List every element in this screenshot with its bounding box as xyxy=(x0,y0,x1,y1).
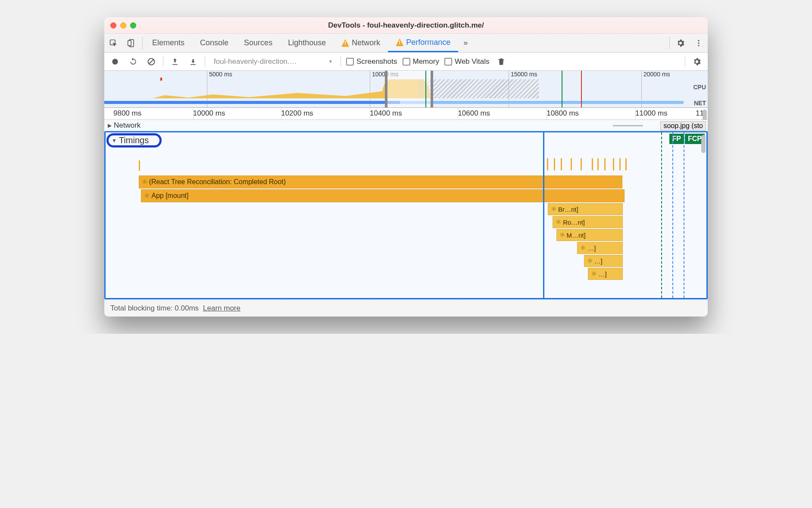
flame-deep[interactable]: ⚛…] xyxy=(577,242,623,254)
overview-tick: 5000 ms xyxy=(209,71,232,78)
ruler-tick: 10600 ms xyxy=(458,109,490,118)
maximize-icon[interactable] xyxy=(130,22,136,28)
timing-marker xyxy=(684,132,684,298)
flame-deep[interactable]: ⚛…] xyxy=(588,268,623,280)
react-icon: ⚛ xyxy=(551,205,556,213)
blocking-time-text: Total blocking time: 0.00ms xyxy=(110,304,199,313)
marker-line xyxy=(425,71,426,107)
devtools-tabbar: Elements Console Sources Lighthouse Netw… xyxy=(104,34,708,53)
flame-app-mount[interactable]: ⚛App [mount] xyxy=(141,189,625,202)
flame-br[interactable]: ⚛Br…nt] xyxy=(548,203,623,215)
marker xyxy=(160,78,162,81)
flame-m[interactable]: ⚛M…nt] xyxy=(556,229,623,241)
flame-react-root[interactable]: ⚛(React Tree Reconciliation: Completed R… xyxy=(139,176,622,188)
tab-overflow[interactable]: » xyxy=(458,34,473,52)
selection-line[interactable] xyxy=(543,132,544,298)
tab-elements[interactable]: Elements xyxy=(144,34,192,52)
checkbox-icon xyxy=(346,58,354,66)
react-icon: ⚛ xyxy=(580,244,586,252)
record-button[interactable] xyxy=(109,55,122,68)
react-icon: ⚛ xyxy=(587,257,593,265)
window-title: DevTools - foul-heavenly-direction.glitc… xyxy=(136,21,676,30)
minimize-icon[interactable] xyxy=(120,22,126,28)
hatched-region xyxy=(418,79,539,98)
tab-network[interactable]: Network xyxy=(334,34,388,52)
react-icon: ⚛ xyxy=(559,231,565,239)
tab-performance[interactable]: Performance xyxy=(388,34,458,52)
memory-label: Memory xyxy=(413,57,439,66)
mac-titlebar: DevTools - foul-heavenly-direction.glitc… xyxy=(104,17,708,34)
svg-point-5 xyxy=(698,45,699,46)
screenshots-checkbox[interactable]: Screenshots xyxy=(346,57,397,66)
devtools-window: DevTools - foul-heavenly-direction.glitc… xyxy=(104,17,708,317)
checkbox-icon xyxy=(403,58,410,66)
marker-line xyxy=(562,71,562,107)
tab-lighthouse[interactable]: Lighthouse xyxy=(280,34,334,52)
caret-right-icon: ▶ xyxy=(108,122,112,129)
save-profile-icon[interactable] xyxy=(187,55,200,68)
flame-ro[interactable]: ⚛Ro…nt] xyxy=(553,216,623,228)
checkbox-icon xyxy=(444,58,452,66)
svg-point-6 xyxy=(112,59,118,64)
svg-rect-2 xyxy=(128,41,131,46)
react-icon: ⚛ xyxy=(556,218,561,226)
tab-sources[interactable]: Sources xyxy=(236,34,280,52)
performance-toolbar: foul-heavenly-direction.… Screenshots Me… xyxy=(104,53,708,71)
memory-checkbox[interactable]: Memory xyxy=(403,57,439,66)
inspect-element-icon[interactable] xyxy=(104,34,122,52)
react-icon: ⚛ xyxy=(142,178,147,186)
traffic-lights xyxy=(110,22,136,28)
ruler-tick: 10200 ms xyxy=(281,109,313,118)
ruler-tick: 11000 ms xyxy=(635,109,668,118)
tab-performance-label: Performance xyxy=(406,38,450,47)
recording-select[interactable]: foul-heavenly-direction.… xyxy=(210,56,335,68)
warning-icon xyxy=(341,39,349,47)
kebab-menu-icon[interactable] xyxy=(690,34,708,52)
fp-badge[interactable]: FP xyxy=(669,134,684,144)
ruler-tick: 9800 ms xyxy=(113,109,141,118)
timing-marker xyxy=(661,132,662,298)
status-footer: Total blocking time: 0.00ms Learn more xyxy=(104,299,708,317)
load-profile-icon[interactable] xyxy=(169,55,181,68)
network-row-label: Network xyxy=(114,121,141,130)
net-bar xyxy=(104,101,400,104)
reload-button[interactable] xyxy=(127,55,140,68)
svg-point-3 xyxy=(698,40,699,41)
ruler-tick: 10800 ms xyxy=(547,109,579,118)
webvitals-label: Web Vitals xyxy=(455,57,490,66)
network-row[interactable]: ▶Network soop.jpg (sto xyxy=(104,120,708,132)
react-icon: ⚛ xyxy=(591,270,597,278)
marker-line xyxy=(581,71,582,107)
scrollbar-thumb[interactable] xyxy=(701,135,706,153)
cpu-label: CPU xyxy=(693,84,706,91)
ruler-tick: 10000 ms xyxy=(193,109,225,118)
flame-deep[interactable]: ⚛…] xyxy=(584,255,623,267)
tracks-pane: ▶Network soop.jpg (sto ▼Timings FP FCP xyxy=(104,120,708,299)
webvitals-checkbox[interactable]: Web Vitals xyxy=(444,57,490,66)
flame-mark xyxy=(139,160,140,171)
timings-row[interactable]: ▼Timings FP FCP xyxy=(104,131,708,299)
network-resource-chip[interactable]: soop.jpg (sto xyxy=(660,121,706,131)
capture-settings-icon[interactable] xyxy=(690,55,703,68)
recording-select-label: foul-heavenly-direction.… xyxy=(214,57,297,66)
trash-icon[interactable] xyxy=(495,55,508,68)
react-icon: ⚛ xyxy=(144,192,150,200)
network-bar xyxy=(613,125,643,126)
close-icon[interactable] xyxy=(110,22,116,28)
overview-tick: 15000 ms xyxy=(511,71,537,78)
cpu-activity xyxy=(153,91,394,98)
tab-console[interactable]: Console xyxy=(192,34,236,52)
clear-button[interactable] xyxy=(145,55,158,68)
device-toggle-icon[interactable] xyxy=(122,34,141,52)
screenshots-label: Screenshots xyxy=(356,57,397,66)
learn-more-link[interactable]: Learn more xyxy=(203,304,240,313)
net-bar xyxy=(400,101,684,104)
overview-timeline[interactable]: 5000 ms 10000 ms 15000 ms 20000 ms CPU N… xyxy=(104,71,708,108)
tab-network-label: Network xyxy=(352,38,380,47)
warning-icon xyxy=(396,38,403,46)
settings-icon[interactable] xyxy=(671,34,690,52)
svg-point-4 xyxy=(698,42,699,44)
time-ruler[interactable]: 9800 ms 10000 ms 10200 ms 10400 ms 10600… xyxy=(104,108,708,120)
ruler-tick: 10400 ms xyxy=(370,109,402,118)
overview-tick: 20000 ms xyxy=(643,71,670,78)
